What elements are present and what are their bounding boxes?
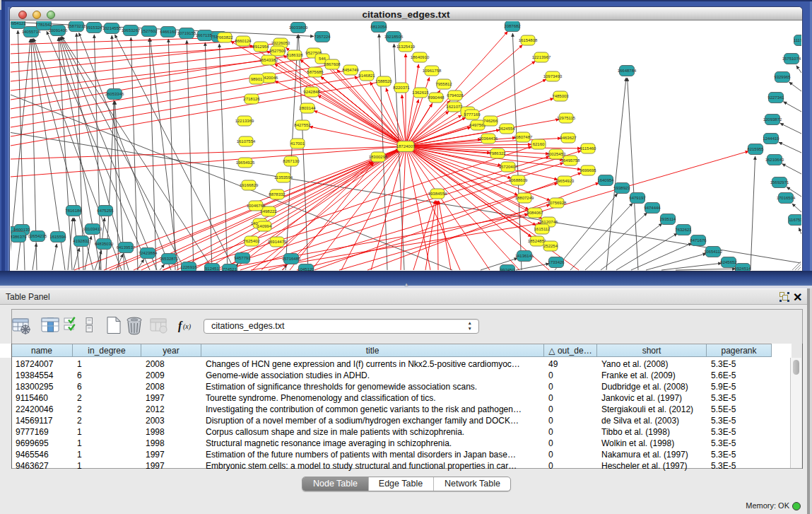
- svg-text:1117450: 1117450: [794, 38, 801, 42]
